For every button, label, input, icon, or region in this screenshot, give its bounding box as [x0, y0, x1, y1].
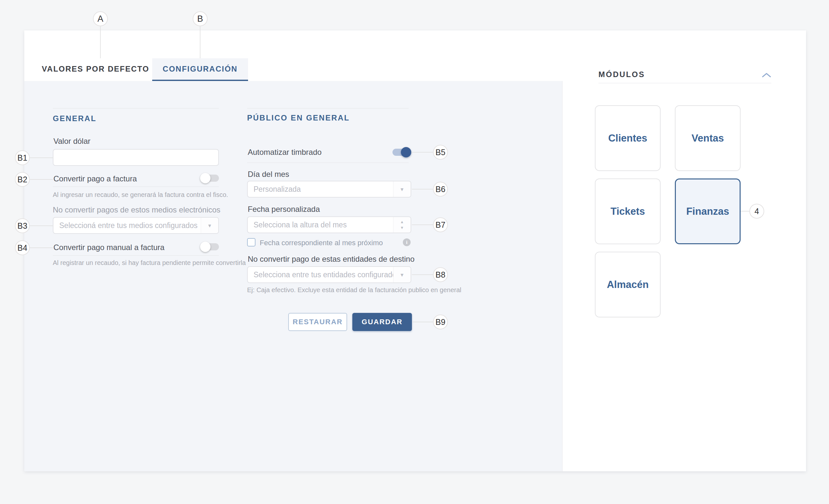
general-top-divider [53, 108, 219, 109]
callout-b5: B5 [433, 145, 448, 160]
callout-b8: B8 [433, 267, 448, 282]
medios-select-wrap: ▼ [53, 217, 219, 234]
module-card-ventas[interactable]: Ventas [675, 105, 741, 171]
restaurar-button[interactable]: RESTAURAR [288, 313, 347, 331]
chevron-down-icon: ▼ [400, 272, 404, 278]
module-card-tickets[interactable]: Tickets [595, 178, 661, 244]
fecha-personalizada-label: Fecha personalizada [248, 205, 320, 214]
callout-b9: B9 [433, 315, 448, 329]
screen: VALORES POR DEFECTO CONFIGURACIÓN A B GE… [0, 0, 829, 504]
convertir-manual-toggle[interactable] [202, 243, 219, 250]
callout-4: 4 [749, 204, 764, 219]
fecha-personalizada-input[interactable] [248, 217, 410, 232]
convertir-manual-label: Convertir pago manual a factura [53, 243, 165, 252]
callout-b: B [193, 11, 208, 26]
general-section-title: GENERAL [53, 114, 97, 123]
toggle-knob [200, 242, 211, 252]
automatizar-timbrado-label: Automatizar timbrado [248, 148, 322, 157]
module-label: Almacén [607, 279, 649, 291]
tab-configuracion[interactable]: CONFIGURACIÓN [152, 58, 248, 80]
callout-b3-line [30, 225, 53, 226]
entidades-select-arrow[interactable]: ▼ [393, 267, 410, 282]
callout-b7-line [412, 224, 433, 225]
toggle-knob [200, 173, 211, 183]
entidades-select[interactable] [248, 267, 410, 282]
convertir-manual-help: Al registrar un recaudo, si hay factura … [53, 259, 246, 266]
tab-valores-por-defecto[interactable]: VALORES POR DEFECTO [39, 58, 152, 80]
medios-select-arrow[interactable]: ▼ [201, 218, 218, 233]
mes-proximo-label: Fecha correspondiente al mes próximo [260, 239, 383, 247]
module-card-clientes[interactable]: Clientes [595, 105, 661, 171]
module-label: Clientes [608, 133, 647, 144]
entidades-help: Ej: Caja efectivo. Excluye esta entidad … [247, 286, 462, 294]
convertir-manual-divider [53, 255, 219, 256]
module-label: Tickets [610, 206, 645, 217]
valor-dolar-field-wrap [53, 149, 219, 166]
info-icon[interactable]: i [403, 239, 410, 246]
valor-dolar-input[interactable] [53, 150, 218, 165]
publico-section-title: PÚBLICO EN GENERAL [247, 113, 350, 122]
callout-b4: B4 [15, 240, 30, 255]
callout-b2-line [30, 179, 53, 180]
entidades-label: No convertir pago de estas entidades de … [248, 255, 414, 264]
dia-del-mes-label: Día del mes [248, 170, 289, 179]
callout-b4-line [30, 248, 53, 248]
callout-b8-line [412, 274, 433, 275]
modules-panel-title: MÓDULOS [599, 70, 645, 79]
callout-a: A [93, 11, 108, 26]
modules-divider [599, 83, 771, 83]
module-card-almacen[interactable]: Almacén [595, 252, 661, 317]
valor-dolar-label: Valor dólar [53, 137, 91, 146]
callout-b5-line [411, 152, 433, 152]
callout-b6: B6 [433, 182, 448, 196]
callout-b1-line [30, 157, 53, 158]
entidades-select-wrap: ▼ [247, 266, 411, 283]
spinner-up-icon: ▲ [400, 220, 404, 224]
convertir-pago-label: Convertir pago a factura [53, 174, 137, 183]
callout-b-line [200, 26, 201, 58]
callout-b9-line [412, 322, 433, 322]
callout-4-line [741, 211, 750, 212]
dia-del-mes-select-wrap: ▼ [247, 181, 411, 197]
mes-proximo-checkbox[interactable] [247, 238, 255, 247]
callout-b3: B3 [15, 218, 30, 233]
toggle-knob [401, 147, 411, 157]
callout-b7: B7 [433, 217, 448, 232]
tab-configuracion-label: CONFIGURACIÓN [163, 65, 238, 74]
module-card-finanzas[interactable]: Finanzas [675, 178, 741, 244]
callout-b2: B2 [15, 172, 30, 187]
automatizar-divider [247, 163, 409, 163]
tab-valores-label: VALORES POR DEFECTO [42, 65, 149, 74]
publico-top-divider [247, 108, 409, 109]
chevron-up-icon[interactable] [762, 73, 771, 78]
spinner-down-icon: ▼ [400, 225, 404, 230]
callout-b1: B1 [15, 150, 30, 165]
medios-select[interactable] [53, 218, 218, 233]
fecha-stepper[interactable]: ▲ ▼ [393, 217, 410, 232]
automatizar-timbrado-toggle[interactable] [393, 149, 410, 156]
callout-a-line [100, 26, 101, 58]
callout-b6-line [412, 189, 433, 189]
no-convertir-medios-label: No convertir pagos de estos medios elect… [53, 205, 220, 214]
convertir-pago-toggle[interactable] [202, 175, 219, 182]
chevron-down-icon: ▼ [400, 187, 404, 192]
active-tab-underline [152, 80, 248, 81]
guardar-button[interactable]: GUARDAR [352, 313, 412, 331]
module-label: Ventas [692, 133, 724, 144]
dia-del-mes-select-arrow[interactable]: ▼ [393, 181, 410, 197]
dia-del-mes-select[interactable] [248, 181, 410, 197]
module-label: Finanzas [686, 206, 729, 217]
chevron-down-icon: ▼ [207, 223, 212, 228]
fecha-personalizada-field-wrap: ▲ ▼ [247, 216, 411, 233]
convertir-pago-help: Al ingresar un recaudo, se generará la f… [53, 191, 228, 199]
